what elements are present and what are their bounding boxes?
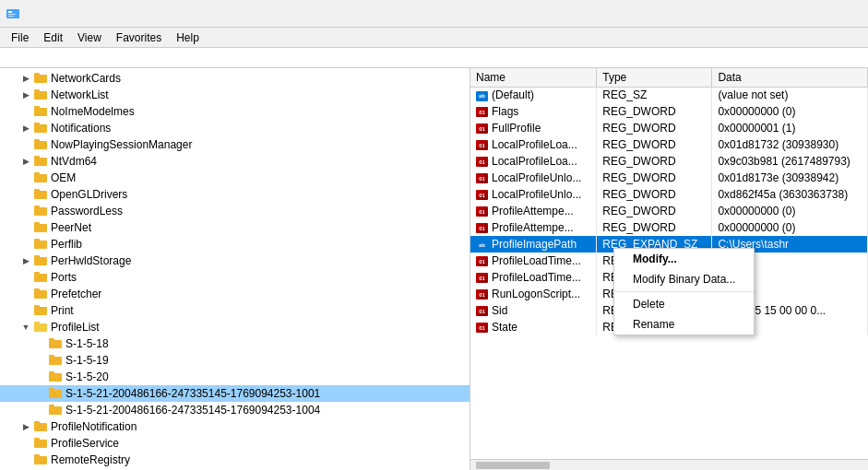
tree-item-profile-service[interactable]: ProfileService xyxy=(0,435,470,452)
cell-type: REG_DWORD xyxy=(597,136,712,153)
tree-item-no-ie-model-mes[interactable]: NoImeModelmes xyxy=(0,103,470,120)
expander-icon[interactable] xyxy=(18,270,33,285)
tree-item-label: OEM xyxy=(51,171,76,184)
name-text: LocalProfileUnlo... xyxy=(492,188,581,201)
expander-icon[interactable] xyxy=(33,353,48,368)
tree-item-network-list[interactable]: ▶NetworkList xyxy=(0,87,470,103)
expander-icon[interactable] xyxy=(18,436,33,451)
context-menu-item-modify[interactable]: Modify... xyxy=(614,249,754,269)
table-row[interactable]: 01ProfileAttempe...REG_DWORD0x00000000 (… xyxy=(470,219,868,236)
tree-item-label: Notifications xyxy=(51,122,111,135)
tree-item-peer-net[interactable]: PeerNet xyxy=(0,219,470,236)
tree-item-notifications[interactable]: ▶Notifications xyxy=(0,120,470,136)
table-row[interactable]: ab(Default)REG_SZ(value not set) xyxy=(470,87,868,103)
expander-icon[interactable] xyxy=(33,403,48,417)
expander-icon[interactable]: ▶ xyxy=(18,71,33,86)
context-menu-item-modify-binary[interactable]: Modify Binary Data... xyxy=(614,269,754,289)
menu-item-file[interactable]: File xyxy=(4,29,36,45)
expander-icon[interactable] xyxy=(33,336,48,351)
tree-item-s-1-5-21-1004[interactable]: S-1-5-21-200486166-247335145-1769094253-… xyxy=(0,402,470,418)
folder-icon xyxy=(33,238,48,251)
table-row[interactable]: 01LocalProfileUnlo...REG_DWORD0x01d8173e… xyxy=(470,170,868,186)
cell-name: ab(Default) xyxy=(470,87,597,103)
h-scrollbar[interactable] xyxy=(470,459,868,470)
folder-icon xyxy=(33,304,48,317)
svg-rect-45 xyxy=(49,406,62,415)
table-row[interactable]: 01FlagsREG_DWORD0x00000000 (0) xyxy=(470,103,868,120)
tree-item-network-cards[interactable]: ▶NetworkCards xyxy=(0,70,470,87)
expander-icon[interactable]: ▶ xyxy=(18,121,33,135)
context-menu-item-rename[interactable]: Rename xyxy=(614,314,754,335)
tree-item-profile-list[interactable]: ▼ProfileList xyxy=(0,319,470,335)
tree-item-label: NetworkCards xyxy=(51,72,121,85)
tree-item-nt-vdm64[interactable]: ▶NtVdm64 xyxy=(0,153,470,170)
expander-icon[interactable]: ▶ xyxy=(18,88,33,102)
tree-item-label: S-1-5-21-200486166-247335145-1769094253-… xyxy=(65,387,320,400)
tree-item-per-hwld-storage[interactable]: ▶PerHwldStorage xyxy=(0,253,470,269)
minimize-button[interactable] xyxy=(731,4,774,24)
tree-item-remote-registry[interactable]: RemoteRegistry xyxy=(0,452,470,468)
expander-icon[interactable] xyxy=(33,370,48,384)
name-text: ProfileLoadTime... xyxy=(492,254,581,267)
table-row[interactable]: 01ProfileAttempe...REG_DWORD0x00000000 (… xyxy=(470,203,868,219)
expander-icon[interactable] xyxy=(18,287,33,301)
expander-icon[interactable] xyxy=(18,452,33,467)
folder-icon xyxy=(33,122,48,135)
expander-icon[interactable] xyxy=(18,237,33,252)
tree-item-s-1-5-19[interactable]: S-1-5-19 xyxy=(0,352,470,369)
tree-item-s-1-5-20[interactable]: S-1-5-20 xyxy=(0,369,470,385)
tree-item-password-less[interactable]: PasswordLess xyxy=(0,203,470,219)
maximize-button[interactable] xyxy=(776,4,818,24)
menu-item-help[interactable]: Help xyxy=(169,29,207,45)
tree-panel[interactable]: ▶NetworkCards▶NetworkListNoImeModelmes▶N… xyxy=(0,68,470,470)
cell-name: 01ProfileAttempe... xyxy=(470,219,597,236)
expander-icon[interactable] xyxy=(18,187,33,202)
h-scrollbar-thumb[interactable] xyxy=(476,462,550,469)
tree-item-opengl-drivers[interactable]: OpenGLDrivers xyxy=(0,186,470,203)
expander-icon[interactable] xyxy=(33,386,48,401)
tree-item-oem[interactable]: OEM xyxy=(0,170,470,186)
table-row[interactable]: 01LocalProfileLoa...REG_DWORD0x9c03b981 … xyxy=(470,153,868,170)
tree-item-print[interactable]: Print xyxy=(0,302,470,319)
table-row[interactable]: 01FullProfileREG_DWORD0x00000001 (1) xyxy=(470,120,868,136)
tree-item-label: PeerNet xyxy=(51,221,91,234)
expander-icon[interactable] xyxy=(18,303,33,318)
tree-item-ports[interactable]: Ports xyxy=(0,269,470,286)
tree-item-s-1-5-18[interactable]: S-1-5-18 xyxy=(0,335,470,352)
binary-icon: 01 xyxy=(476,173,488,183)
tree-item-s-1-5-21-1001[interactable]: S-1-5-21-200486166-247335145-1769094253-… xyxy=(0,385,470,402)
folder-icon xyxy=(33,271,48,284)
menu-item-favorites[interactable]: Favorites xyxy=(109,29,169,45)
expander-icon[interactable] xyxy=(18,204,33,218)
table-row[interactable]: 01LocalProfileLoa...REG_DWORD0x01d81732 … xyxy=(470,136,868,153)
tree-item-perflib[interactable]: Perflib xyxy=(0,236,470,253)
tree-item-profile-notification[interactable]: ▶ProfileNotification xyxy=(0,418,470,435)
tree-item-prefetcher[interactable]: Prefetcher xyxy=(0,286,470,302)
table-row[interactable]: 01LocalProfileUnlo...REG_DWORD0xd862f45a… xyxy=(470,186,868,203)
expander-icon[interactable] xyxy=(18,170,33,185)
name-text: Sid xyxy=(492,304,507,317)
svg-rect-25 xyxy=(34,241,47,249)
menu-item-edit[interactable]: Edit xyxy=(36,29,70,45)
expander-icon[interactable] xyxy=(18,137,33,152)
context-menu-item-delete[interactable]: Delete xyxy=(614,294,754,314)
menu-item-view[interactable]: View xyxy=(70,29,109,45)
name-text: (Default) xyxy=(492,88,534,101)
tree-item-label: Print xyxy=(51,304,74,317)
expander-icon[interactable]: ▶ xyxy=(18,419,33,434)
tree-item-label: PerHwldStorage xyxy=(51,254,131,267)
expander-icon[interactable]: ▼ xyxy=(18,320,33,335)
expander-icon[interactable]: ▶ xyxy=(18,253,33,268)
folder-icon xyxy=(33,188,48,201)
binary-icon: 01 xyxy=(476,223,488,233)
expander-icon[interactable]: ▶ xyxy=(18,154,33,169)
expander-icon[interactable] xyxy=(18,104,33,119)
binary-icon: 01 xyxy=(476,190,488,200)
close-button[interactable] xyxy=(820,4,862,24)
tree-item-now-playing[interactable]: NowPlayingSessionManager xyxy=(0,136,470,153)
tree-item-label: Ports xyxy=(51,271,77,284)
tree-item-label: ProfileNotification xyxy=(51,420,137,433)
svg-rect-17 xyxy=(34,174,47,182)
expander-icon[interactable] xyxy=(18,220,33,235)
menu-bar: FileEditViewFavoritesHelp xyxy=(0,28,868,48)
